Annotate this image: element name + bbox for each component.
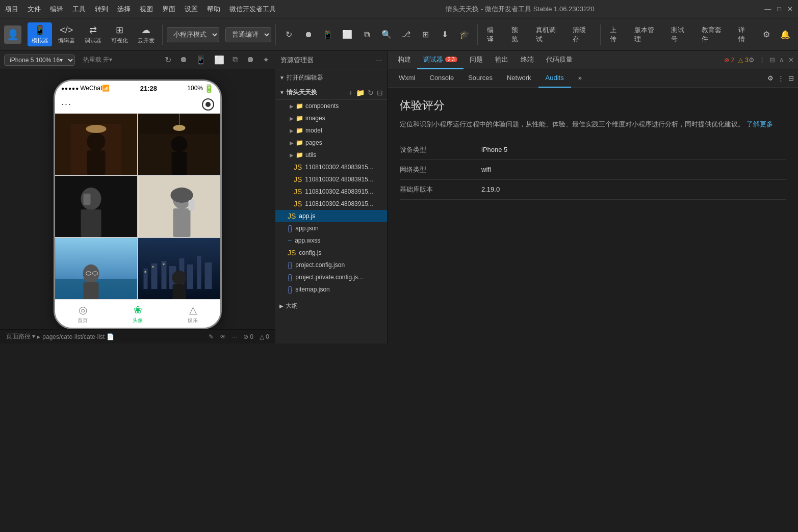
hat-button[interactable]: 🎓 xyxy=(456,25,473,44)
tab-debugger[interactable]: 调试器 2.3 xyxy=(417,51,464,69)
file-1108-1[interactable]: JS 1108100302.48083915... xyxy=(275,161,387,173)
settings-icon[interactable]: ⚙ xyxy=(749,56,755,64)
record-icon[interactable]: ⏺ xyxy=(177,54,190,66)
download-button[interactable]: ⬇ xyxy=(436,25,453,44)
subtab-settings-icon[interactable]: ⚙ xyxy=(767,74,774,82)
file-1108-3[interactable]: JS 1108100302.48083915... xyxy=(275,185,387,198)
menu-settings[interactable]: 设置 xyxy=(185,5,198,14)
copy-icon[interactable]: ⧉ xyxy=(230,54,240,66)
file-projectprivate[interactable]: {} project.private.config.js... xyxy=(275,271,387,283)
add-folder-icon[interactable]: 📁 xyxy=(356,89,365,97)
open-editors-header[interactable]: ▼ 打开的编辑器 xyxy=(275,71,387,84)
resize-icon[interactable]: ⬜ xyxy=(212,54,226,66)
subtab-network[interactable]: Network xyxy=(500,69,538,88)
subtab-wxml[interactable]: Wxml xyxy=(392,69,423,88)
test-btn[interactable]: 测试号 xyxy=(666,27,694,42)
simulator-button[interactable]: 📱 模拟器 xyxy=(28,22,52,46)
photo-cell-3[interactable] xyxy=(55,176,137,237)
devtools-tab-icons[interactable]: ⚙ ⋮ ⊟ ∧ ✕ xyxy=(749,56,794,64)
breadcrumb-label[interactable]: 页面路径 ▾ xyxy=(6,332,35,341)
subtab-sources[interactable]: Sources xyxy=(461,69,500,88)
maximize-button[interactable]: □ xyxy=(777,5,781,13)
file-1108-4[interactable]: JS 1108100302.48083915... xyxy=(275,198,387,210)
menu-file[interactable]: 文件 xyxy=(28,5,41,14)
real-test-btn[interactable]: 真机调试 xyxy=(531,27,565,42)
mode-select[interactable]: 小程序模式 xyxy=(167,27,219,42)
compile-select[interactable]: 普通编译 xyxy=(225,27,271,42)
phone-size-icon[interactable]: 📱 xyxy=(194,54,208,66)
grid-button[interactable]: ⊞ xyxy=(417,25,434,44)
tab-build[interactable]: 构建 xyxy=(392,51,417,69)
close-devtools-icon[interactable]: ✕ xyxy=(788,56,794,64)
menu-help[interactable]: 帮助 xyxy=(207,5,220,14)
outline-section-header[interactable]: ▶ 大纲 xyxy=(275,300,387,312)
folder-pages[interactable]: ▶ 📁 pages xyxy=(275,137,387,149)
menu-goto[interactable]: 转到 xyxy=(95,5,108,14)
folder-components[interactable]: ▶ 📁 components xyxy=(275,100,387,112)
photo-cell-4[interactable] xyxy=(138,176,220,237)
menu-view[interactable]: 视图 xyxy=(140,5,153,14)
preview-btn[interactable]: 预览 xyxy=(506,27,529,42)
upload-btn[interactable]: 上传 xyxy=(605,27,627,42)
nav-home[interactable]: ◎ 首页 xyxy=(55,304,110,324)
collapse-devtools-icon[interactable]: ∧ xyxy=(779,56,784,64)
folder-images[interactable]: ▶ 📁 images xyxy=(275,112,387,124)
nav-entertainment[interactable]: △ 娱乐 xyxy=(165,304,220,324)
file-projectconfig[interactable]: {} project.config.json xyxy=(275,259,387,271)
menu-wechat[interactable]: 微信开发者工具 xyxy=(229,5,276,14)
details-btn[interactable]: 详情 xyxy=(733,27,756,42)
menu-items[interactable]: 项目 文件 编辑 工具 转到 选择 视图 界面 设置 帮助 微信开发者工具 xyxy=(5,5,276,14)
split-icon[interactable]: ⊟ xyxy=(769,56,775,64)
folder-utils[interactable]: ▶ 📁 utils xyxy=(275,149,387,161)
nav-avatar[interactable]: ❀ 头像 xyxy=(110,304,165,324)
photo-cell-5[interactable] xyxy=(55,238,137,299)
tablet-button[interactable]: ⬜ xyxy=(339,25,356,44)
refresh-tree-icon[interactable]: ↻ xyxy=(368,89,374,97)
file-configjs[interactable]: JS config.js xyxy=(275,247,387,259)
devtools-subtab-icons[interactable]: ⚙ ⋮ ⊟ xyxy=(767,74,794,82)
file-1108-2[interactable]: JS 1108100302.48083915... xyxy=(275,173,387,185)
audits-learn-more[interactable]: 了解更多 xyxy=(746,120,773,128)
branch-button[interactable]: ⎇ xyxy=(397,25,415,44)
menu-interface[interactable]: 界面 xyxy=(162,5,175,14)
tab-terminal[interactable]: 终端 xyxy=(514,51,540,69)
version-btn[interactable]: 版本管理 xyxy=(629,27,664,42)
clear-cache-btn[interactable]: 清缓存 xyxy=(568,27,596,42)
copy-button[interactable]: ⧉ xyxy=(358,25,375,44)
ellipsis-icon[interactable]: ··· xyxy=(376,56,382,64)
menu-project[interactable]: 项目 xyxy=(5,5,18,14)
add-file-icon[interactable]: + xyxy=(349,89,353,97)
hot-reload[interactable]: 热重载 开▾ xyxy=(83,56,112,64)
file-appjson[interactable]: {} app.json xyxy=(275,222,387,234)
more-icon[interactable]: ··· xyxy=(61,99,72,110)
education-btn[interactable]: 教育套件 xyxy=(697,27,731,42)
subtab-more[interactable]: » xyxy=(571,69,589,88)
refresh-icon[interactable]: ↻ xyxy=(163,54,173,66)
search-button[interactable]: 🔍 xyxy=(378,25,395,44)
tab-output[interactable]: 输出 xyxy=(489,51,514,69)
debugger-button[interactable]: ⇄ 调试器 xyxy=(81,22,105,46)
cloud-button[interactable]: ☁ 云开发 xyxy=(134,22,158,46)
folder-model[interactable]: ▶ 📁 model xyxy=(275,124,387,137)
subtab-console[interactable]: Console xyxy=(423,69,461,88)
photo-cell-2[interactable] xyxy=(138,114,220,175)
subtab-split-icon[interactable]: ⊟ xyxy=(788,74,794,82)
subtab-audits[interactable]: Audits xyxy=(538,69,571,88)
file-sitemap[interactable]: {} sitemap.json xyxy=(275,283,387,296)
visualize-button[interactable]: ⊞ 可视化 xyxy=(107,22,132,46)
editor-button[interactable]: </> 编辑器 xyxy=(54,23,79,46)
menu-edit[interactable]: 编辑 xyxy=(50,5,63,14)
menu-tools[interactable]: 工具 xyxy=(72,5,86,14)
messages-btn[interactable]: 🔔 xyxy=(777,25,794,44)
tab-issues[interactable]: 问题 xyxy=(464,51,489,69)
stop-button[interactable]: ⏺ xyxy=(299,25,317,44)
settings-icon-btn[interactable]: ⚙ xyxy=(758,25,775,44)
photo-cell-1[interactable] xyxy=(55,114,137,175)
refresh-button[interactable]: ↻ xyxy=(280,25,297,44)
record-button[interactable] xyxy=(202,98,214,111)
file-appwxss[interactable]: ~ app.wxss xyxy=(275,234,387,247)
device-select[interactable]: iPhone 5 100% 16▾ xyxy=(4,55,75,66)
photo-cell-6[interactable] xyxy=(138,238,220,299)
brush-icon[interactable]: ✦ xyxy=(261,54,271,66)
phone-button[interactable]: 📱 xyxy=(319,25,337,44)
